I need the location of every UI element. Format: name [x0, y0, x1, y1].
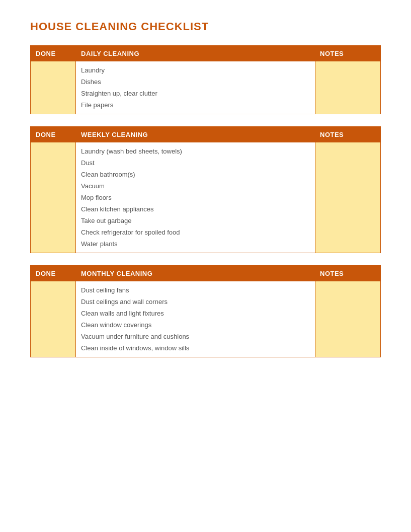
header-done-monthly: DONE [31, 266, 76, 281]
item-daily-3: File papers [81, 99, 310, 111]
header-notes-monthly: NOTES [315, 266, 380, 281]
item-daily-2: Straighten up, clear clutter [81, 88, 310, 99]
items-col-daily: LaundryDishesStraighten up, clear clutte… [76, 61, 315, 114]
done-col-monthly [31, 281, 76, 357]
item-daily-1: Dishes [81, 76, 310, 88]
section-header-weekly: DONEWEEKLY CLEANINGNOTES [31, 127, 380, 142]
item-weekly-1: Dust [81, 157, 310, 169]
header-label-weekly: WEEKLY CLEANING [76, 127, 315, 142]
item-daily-0: Laundry [81, 64, 310, 76]
section-header-daily: DONEDAILY CLEANINGNOTES [31, 46, 380, 61]
header-done-weekly: DONE [31, 127, 76, 142]
notes-col-monthly [315, 281, 380, 357]
notes-col-weekly [315, 142, 380, 253]
section-header-monthly: DONEMONTHLY CLEANINGNOTES [31, 266, 380, 281]
items-col-monthly: Dust ceiling fansDust ceilings and wall … [76, 281, 315, 357]
done-col-weekly [31, 142, 76, 253]
header-label-monthly: MONTHLY CLEANING [76, 266, 315, 281]
section-monthly: DONEMONTHLY CLEANINGNOTESDust ceiling fa… [30, 265, 381, 357]
item-weekly-4: Mop floors [81, 192, 310, 203]
items-col-weekly: Laundry (wash bed sheets, towels)DustCle… [76, 142, 315, 253]
item-monthly-4: Vacuum under furniture and cushions [81, 331, 310, 342]
section-body-weekly: Laundry (wash bed sheets, towels)DustCle… [31, 142, 380, 253]
section-body-daily: LaundryDishesStraighten up, clear clutte… [31, 61, 380, 114]
notes-col-daily [315, 61, 380, 114]
section-weekly: DONEWEEKLY CLEANINGNOTESLaundry (wash be… [30, 126, 381, 253]
done-col-daily [31, 61, 76, 114]
item-weekly-2: Clean bathroom(s) [81, 169, 310, 180]
section-daily: DONEDAILY CLEANINGNOTESLaundryDishesStra… [30, 45, 381, 114]
item-monthly-1: Dust ceilings and wall corners [81, 296, 310, 308]
header-notes-daily: NOTES [315, 46, 380, 61]
item-weekly-5: Clean kitchen appliances [81, 203, 310, 215]
item-monthly-2: Clean walls and light fixtures [81, 308, 310, 319]
item-monthly-5: Clean inside of windows, window sills [81, 342, 310, 354]
header-label-daily: DAILY CLEANING [76, 46, 315, 61]
item-weekly-0: Laundry (wash bed sheets, towels) [81, 145, 310, 157]
header-notes-weekly: NOTES [315, 127, 380, 142]
header-done-daily: DONE [31, 46, 76, 61]
item-monthly-3: Clean window coverings [81, 319, 310, 331]
item-weekly-7: Check refrigerator for spoiled food [81, 226, 310, 238]
item-weekly-3: Vacuum [81, 180, 310, 192]
item-weekly-6: Take out garbage [81, 215, 310, 226]
page-title: HOUSE CLEANING CHECKLIST [30, 20, 381, 33]
section-body-monthly: Dust ceiling fansDust ceilings and wall … [31, 281, 380, 357]
item-monthly-0: Dust ceiling fans [81, 284, 310, 296]
item-weekly-8: Water plants [81, 238, 310, 250]
